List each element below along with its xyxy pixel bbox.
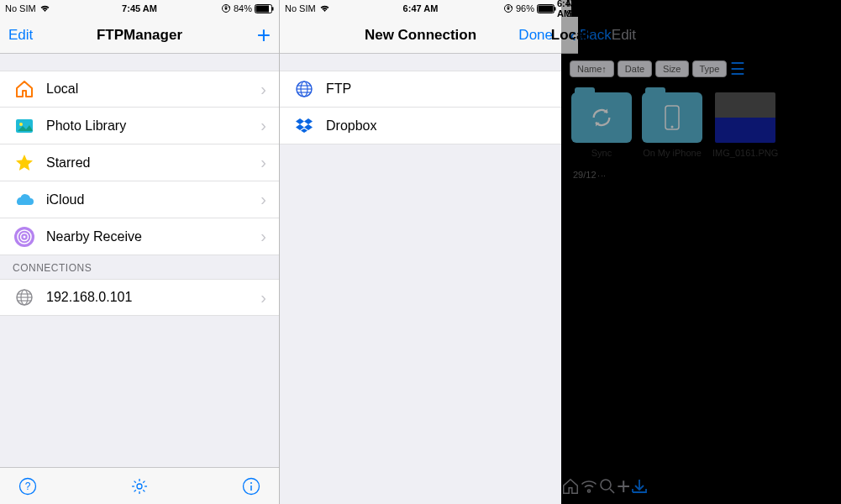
svg-rect-1	[225, 8, 228, 10]
list-item-label: iCloud	[46, 192, 260, 207]
svg-rect-41	[601, 8, 603, 10]
svg-point-46	[671, 126, 674, 129]
grid-item-label: On My iPhone	[643, 148, 702, 158]
list-item-label: Local	[46, 81, 260, 97]
battery-pct: 96%	[516, 3, 534, 13]
orientation-lock-icon	[503, 3, 513, 13]
list-item-label: Photo Library	[46, 118, 260, 134]
wifi-icon	[319, 4, 330, 13]
sort-bar: Name↑ Date Size Type ☰	[561, 54, 578, 84]
list-item-nearby-receive[interactable]: Nearby Receive ›	[0, 218, 279, 255]
list-item-icloud[interactable]: iCloud ›	[0, 181, 279, 218]
chevron-right-icon: ›	[260, 227, 266, 246]
wifi-icon	[39, 4, 50, 13]
connections-header: CONNECTIONS	[0, 255, 279, 279]
status-bar: No SIM 6:47 AM 96%	[280, 0, 561, 17]
folder-icon	[642, 92, 702, 143]
svg-line-23	[134, 480, 136, 482]
info-button[interactable]	[242, 477, 260, 496]
chevron-right-icon: ›	[260, 190, 266, 209]
sort-size-button[interactable]: Size	[655, 60, 688, 77]
date-row: 29/12 ⋮	[561, 166, 585, 183]
globe-icon	[13, 286, 36, 309]
svg-rect-3	[256, 5, 270, 12]
chevron-right-icon: ›	[260, 80, 266, 99]
chevron-right-icon: ›	[260, 288, 266, 307]
bottom-toolbar: ?	[0, 467, 279, 504]
image-thumbnail	[715, 92, 775, 143]
nav-bar: Edit FTPManager +	[0, 17, 279, 54]
status-bar: No SIM 7:45 AM 84%	[0, 0, 279, 17]
grid-item-on-my-iphone[interactable]: On My iPhone	[642, 92, 702, 158]
status-time: 6:47 AM	[557, 0, 576, 18]
grid-item-sync[interactable]: Sync	[571, 92, 632, 158]
list-item-label: Starred	[46, 155, 260, 171]
svg-rect-33	[539, 5, 554, 12]
settings-button[interactable]	[130, 477, 149, 496]
globe-icon	[292, 77, 316, 101]
edit-button[interactable]: Edit	[8, 27, 33, 44]
svg-point-6	[19, 123, 23, 126]
wifi-icon	[586, 4, 597, 13]
screen-ftpmanager: No SIM 7:45 AM 84% Edit FTPManager + Loc…	[0, 0, 280, 504]
sort-type-button[interactable]: Type	[692, 60, 728, 77]
list-item-local[interactable]: Local ›	[0, 71, 279, 108]
help-button[interactable]: ?	[18, 477, 37, 496]
svg-rect-43	[632, 5, 647, 12]
sort-name-button[interactable]: Name↑	[570, 60, 614, 77]
svg-point-10	[24, 235, 26, 238]
chevron-right-icon: ›	[260, 116, 266, 135]
carrier-label: No SIM	[285, 3, 316, 13]
grid-item-label: Sync	[591, 148, 612, 158]
edit-button[interactable]: Edit	[612, 27, 636, 44]
list-item-label: Dropbox	[326, 118, 549, 134]
svg-text:?: ?	[25, 480, 31, 492]
orientation-lock-icon	[221, 3, 231, 13]
sort-date-button[interactable]: Date	[618, 60, 652, 77]
add-button[interactable]: +	[257, 24, 271, 47]
date-label: 29/12	[573, 170, 597, 180]
add-button[interactable]: +	[617, 473, 630, 500]
home-button[interactable]	[561, 477, 580, 496]
wifi-button[interactable]	[580, 479, 598, 494]
svg-point-47	[601, 480, 611, 490]
more-icon[interactable]: ⋮	[597, 171, 607, 179]
svg-rect-4	[272, 7, 274, 10]
list-item-photo-library[interactable]: Photo Library ›	[0, 108, 279, 144]
svg-line-25	[134, 490, 136, 491]
dropbox-icon	[292, 114, 316, 138]
grid-item-image[interactable]: IMG_0161.PNG	[712, 92, 778, 158]
svg-rect-44	[649, 7, 650, 10]
star-icon	[13, 151, 36, 175]
svg-line-26	[143, 480, 145, 482]
list-item-starred[interactable]: Starred ›	[0, 144, 279, 181]
folder-icon	[571, 92, 632, 143]
battery-icon	[255, 4, 274, 13]
nav-bar: New Connection Done	[280, 17, 561, 54]
search-button[interactable]	[598, 477, 617, 496]
svg-point-28	[250, 482, 252, 484]
list-item-label: 192.168.0.101	[46, 290, 260, 305]
carrier-label: No SIM	[5, 3, 36, 13]
status-time: 6:47 AM	[403, 3, 439, 13]
screen-new-connection: No SIM 6:47 AM 96% New Connection Done F…	[280, 0, 561, 504]
nav-title: New Connection	[365, 27, 476, 44]
done-button[interactable]: Done	[518, 27, 553, 44]
list-item-ftp[interactable]: FTP	[280, 71, 561, 108]
chevron-right-icon: ›	[260, 153, 266, 172]
list-item-label: FTP	[326, 81, 549, 97]
nearby-icon	[13, 225, 36, 249]
status-bar: No SIM 6:47 AM 96%	[561, 0, 571, 17]
download-button[interactable]	[630, 477, 649, 496]
view-toggle-button[interactable]: ☰	[730, 59, 745, 79]
home-icon	[13, 77, 36, 101]
orientation-lock-icon	[597, 3, 607, 13]
battery-pct: 84%	[234, 3, 252, 13]
nav-title: FTPManager	[97, 27, 182, 44]
photo-icon	[13, 114, 36, 138]
list-item-dropbox[interactable]: Dropbox	[280, 108, 561, 144]
svg-rect-34	[555, 7, 556, 10]
svg-line-24	[143, 490, 145, 491]
grid-item-label: IMG_0161.PNG	[712, 148, 778, 158]
list-item-connection[interactable]: 192.168.0.101 ›	[0, 279, 279, 316]
